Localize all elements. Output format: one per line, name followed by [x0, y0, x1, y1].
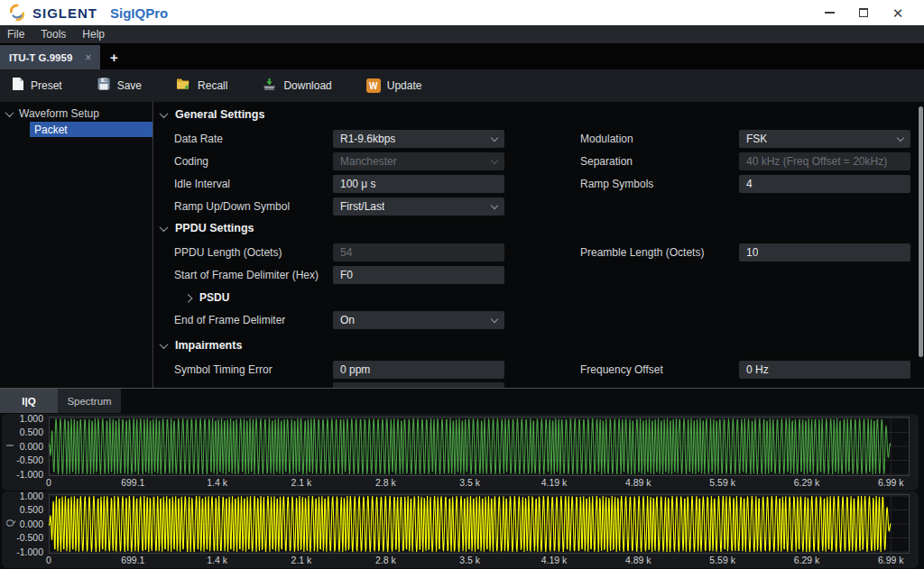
eof-delimiter-value: On [340, 314, 355, 326]
eof-delimiter-select[interactable]: On [333, 311, 504, 329]
separation-value: 40 kHz (Freq Offset = 20kHz) [746, 155, 887, 168]
x-tick-label: 6.99 k [878, 477, 904, 488]
sidebar-item-waveform-setup[interactable]: Waveform Setup [0, 106, 152, 122]
x-tick-label: 2.8 k [375, 555, 396, 565]
x-tick-label: 3.5 k [459, 477, 480, 488]
frequency-offset-field[interactable]: 0 Hz [739, 361, 910, 379]
menu-file[interactable]: File [7, 28, 24, 41]
section-general-settings[interactable]: General Settings [154, 104, 924, 125]
field-label: PPDU Length (Octets) [174, 246, 333, 259]
maximize-button[interactable] [846, 0, 881, 25]
preset-button[interactable]: Preset [11, 77, 62, 95]
x-tick-label: 0 [46, 555, 51, 565]
download-icon [262, 77, 277, 95]
sof-delimiter-field[interactable]: F0 [333, 266, 504, 284]
q-plot-area[interactable] [49, 494, 910, 554]
recall-button[interactable]: Recall [176, 77, 227, 95]
preamble-length-field[interactable]: 10 [739, 243, 910, 262]
save-button[interactable]: Save [97, 77, 142, 95]
symbol-timing-error-field[interactable]: 0 ppm [333, 361, 504, 379]
x-tick-label: 699.1 [121, 477, 144, 488]
sigiqpro-window: SIGLENT SigIQPro ✕ File Tools Help ITU-T… [0, 0, 924, 569]
chevron-down-icon [160, 109, 169, 118]
minimize-button[interactable] [812, 0, 846, 25]
document-tabbar: ITU-T G.9959 × + [0, 43, 924, 69]
q-waveform [49, 496, 891, 552]
modulation-select[interactable]: FSK [739, 130, 910, 148]
idle-interval-field[interactable]: 100 μ s [333, 175, 504, 193]
form-row: End of Frame Delimiter On [154, 308, 924, 331]
download-label: Download [283, 79, 331, 92]
ramp-symbols-field[interactable]: 4 [739, 175, 910, 193]
ramp-updown-select[interactable]: First/Last [333, 197, 504, 216]
ppdu-length-field: 54 [333, 243, 504, 262]
chevron-right-icon [184, 294, 193, 303]
preset-label: Preset [31, 79, 62, 92]
field-label: Preamble Length (Octets) [580, 246, 739, 259]
x-tick-label: 6.99 k [878, 555, 904, 565]
y-tick-label: 0.000 [20, 441, 43, 452]
form-row: Ramp Up/Down Symbol First/Last [154, 195, 924, 217]
tab-iq[interactable]: I|Q [0, 389, 58, 413]
q-x-axis-ticks: 0699.11.4 k2.1 k2.8 k3.5 k4.19 k4.89 k5.… [49, 554, 910, 566]
update-button[interactable]: W Update [366, 78, 422, 93]
chevron-down-icon [491, 201, 498, 208]
window-controls: ✕ [812, 0, 915, 25]
section-title: General Settings [175, 108, 264, 121]
form-row: Data Rate R1-9.6kbps Modulation FSK [154, 127, 924, 150]
menu-tools[interactable]: Tools [41, 28, 66, 41]
field-label: Coding [174, 155, 333, 168]
menubar: File Tools Help [0, 25, 924, 43]
x-tick-label: 3.5 k [459, 555, 480, 565]
update-icon: W [366, 78, 381, 93]
download-button[interactable]: Download [262, 77, 331, 95]
x-tick-label: 0 [46, 477, 51, 488]
q-waveform-plot: Q 1.0000.5000.000-0.500-1.000 0699.11.4 … [2, 491, 919, 568]
i-x-axis-ticks: 0699.11.4 k2.1 k2.8 k3.5 k4.19 k4.89 k5.… [49, 476, 910, 489]
x-tick-label: 4.19 k [541, 477, 568, 488]
coding-select: Manchester [333, 152, 504, 170]
section-impairments[interactable]: Impairments [154, 335, 924, 356]
tab-itu-t-g9959[interactable]: ITU-T G.9959 × [0, 45, 100, 69]
plot-tabbar: I|Q Spectrum [0, 389, 924, 413]
close-icon: ✕ [892, 6, 904, 20]
x-tick-label: 6.29 k [794, 555, 820, 565]
chevron-down-icon [491, 156, 498, 163]
x-tick-label: 2.1 k [291, 555, 312, 565]
y-tick-label: 1.000 [20, 413, 43, 424]
y-tick-label: 0.500 [20, 427, 43, 437]
data-rate-select[interactable]: R1-9.6kbps [333, 130, 504, 148]
chevron-down-icon [491, 315, 498, 322]
field-label: Modulation [580, 133, 739, 145]
add-tab-button[interactable]: + [100, 45, 127, 69]
ppdu-length-value: 54 [340, 246, 352, 259]
toolbar: Preset Save Recall Download W Update [0, 69, 924, 102]
settings-panel: General Settings Data Rate R1-9.6kbps Mo… [154, 102, 924, 388]
frequency-offset-value: 0 Hz [746, 363, 769, 376]
x-tick-label: 699.1 [121, 555, 144, 565]
field-label: Frequency Offset [580, 363, 739, 376]
tab-close-icon[interactable]: × [85, 51, 91, 64]
i-y-axis-ticks: 1.0000.5000.000-0.500-1.000 [2, 414, 45, 479]
field-label: Separation [580, 155, 739, 168]
maximize-icon [859, 8, 868, 17]
form-row: Start of Frame Delimiter (Hex) F0 [154, 263, 924, 286]
titlebar: SIGLENT SigIQPro ✕ [0, 0, 924, 25]
tree-root-label: Waveform Setup [19, 107, 99, 120]
preamble-length-value: 10 [746, 246, 758, 259]
tab-spectrum[interactable]: Spectrum [58, 389, 121, 413]
i-plot-area[interactable] [49, 417, 910, 476]
sidebar-item-packet[interactable]: Packet [30, 122, 152, 137]
ramp-updown-value: First/Last [340, 200, 384, 213]
psdu-collapsed-section[interactable]: PSDU [154, 286, 924, 308]
psdu-label: PSDU [199, 291, 229, 304]
menu-help[interactable]: Help [82, 28, 105, 41]
chevron-down-icon [491, 133, 498, 141]
close-button[interactable]: ✕ [881, 0, 915, 25]
sof-delimiter-value: F0 [340, 269, 353, 281]
field-label: Data Rate [174, 133, 333, 145]
settings-scrollbar[interactable] [919, 106, 923, 357]
sidebar: Waveform Setup Packet [0, 102, 153, 388]
section-ppdu-settings[interactable]: PPDU Settings [154, 217, 924, 239]
x-tick-label: 4.19 k [541, 555, 568, 565]
